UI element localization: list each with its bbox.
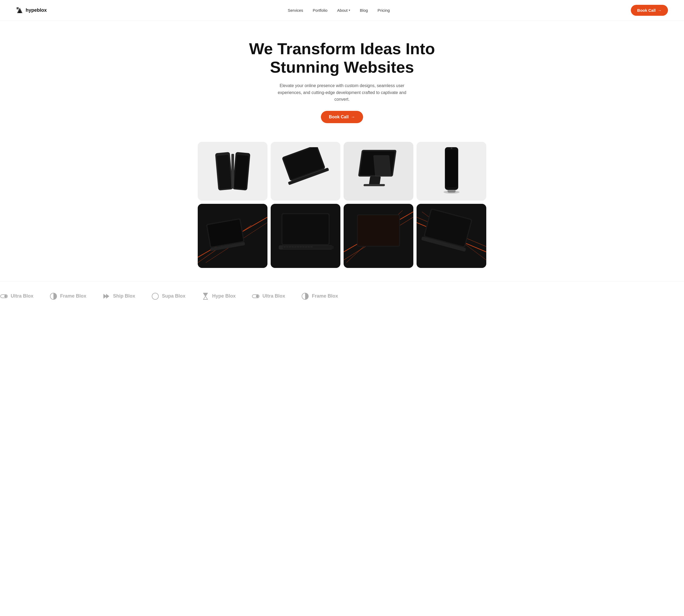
- svg-point-60: [152, 293, 158, 300]
- brand-item-ship: Ship Blox: [102, 292, 135, 300]
- monitor-icon: [352, 145, 405, 198]
- svg-rect-38: [300, 246, 302, 247]
- brand-supa-label: Supa Blox: [162, 293, 185, 299]
- hero-heading: We Transform Ideas Into Stunning Website…: [248, 40, 436, 76]
- arrow-icon: →: [658, 8, 662, 13]
- hero-subtext: Elevate your online presence with custom…: [272, 82, 412, 103]
- marquee-section: Ultra Blox Frame Blox Ship Blox Supa Blo…: [0, 281, 684, 311]
- svg-rect-29: [282, 214, 329, 244]
- svg-rect-21: [447, 190, 456, 193]
- svg-rect-48: [358, 215, 399, 245]
- hero-book-call-button[interactable]: Book Call →: [321, 111, 363, 123]
- dark-laptop-laser-icon: [198, 204, 267, 268]
- svg-rect-37: [297, 246, 299, 247]
- gallery-cell-6: [271, 204, 340, 268]
- svg-rect-40: [305, 246, 307, 247]
- brand-item-supa: Supa Blox: [151, 292, 185, 300]
- toggle-icon: [0, 292, 8, 300]
- brand-frame-label: Frame Blox: [60, 293, 86, 299]
- svg-rect-31: [283, 246, 334, 249]
- hero-section: We Transform Ideas Into Stunning Website…: [0, 21, 684, 134]
- svg-rect-34: [289, 246, 291, 247]
- svg-rect-36: [294, 246, 296, 247]
- svg-rect-33: [286, 246, 288, 247]
- gallery-cell-8: [417, 204, 486, 268]
- fold-phone-icon: [214, 147, 251, 195]
- brand-frame-label-2: Frame Blox: [312, 293, 338, 299]
- gallery-cell-1: [198, 142, 267, 201]
- circle-icon: [151, 292, 159, 300]
- svg-rect-18: [446, 150, 458, 187]
- marquee-track: Ultra Blox Frame Blox Ship Blox Supa Blo…: [0, 292, 684, 300]
- chevron-down-icon: ▾: [349, 8, 350, 12]
- brand-hype-label: Hype Blox: [212, 293, 236, 299]
- dark-laptop-laser2-icon: [417, 204, 486, 268]
- brand-item-frame: Frame Blox: [49, 292, 86, 300]
- svg-rect-32: [284, 246, 286, 247]
- nav-pricing[interactable]: Pricing: [377, 8, 390, 13]
- svg-rect-42: [310, 246, 313, 247]
- navbar: hypeblox Services Portfolio About ▾ Blog…: [0, 0, 684, 21]
- brand-ship-label: Ship Blox: [113, 293, 135, 299]
- circle-half-icon-2: [301, 292, 309, 300]
- nav-links: Services Portfolio About ▾ Blog Pricing: [288, 8, 390, 13]
- dark-screen-laser-icon: [344, 204, 413, 268]
- svg-point-19: [451, 148, 453, 149]
- brand-item-ultra-2: Ultra Blox: [252, 292, 285, 300]
- hourglass-icon: [201, 292, 209, 300]
- nav-portfolio[interactable]: Portfolio: [313, 8, 328, 13]
- svg-point-62: [256, 295, 259, 298]
- brand-ultra-label-2: Ultra Blox: [262, 293, 285, 299]
- nav-about[interactable]: About ▾: [337, 8, 350, 13]
- gallery: [182, 134, 502, 276]
- logo-icon: [16, 7, 23, 14]
- laptop-tilt-icon: [282, 147, 330, 190]
- svg-rect-3: [231, 154, 234, 189]
- svg-marker-59: [106, 294, 109, 299]
- svg-rect-14: [363, 184, 385, 186]
- brand-item-frame-2: Frame Blox: [301, 292, 338, 300]
- nav-blog[interactable]: Blog: [360, 8, 368, 13]
- gallery-cell-3: [344, 142, 413, 201]
- toggle-icon-2: [252, 292, 260, 300]
- gallery-cell-2: [271, 142, 340, 201]
- gallery-cell-5: [198, 204, 267, 268]
- logo-text: hypeblox: [26, 7, 47, 13]
- svg-rect-41: [308, 246, 310, 247]
- arrow-icon: →: [351, 115, 355, 119]
- logo[interactable]: hypeblox: [16, 7, 47, 14]
- svg-rect-0: [17, 7, 19, 9]
- svg-rect-39: [302, 246, 304, 247]
- phone-stand-icon: [438, 145, 465, 198]
- svg-rect-13: [369, 177, 380, 184]
- svg-rect-16: [374, 156, 390, 176]
- brand-ultra-label: Ultra Blox: [11, 293, 34, 299]
- gallery-cell-7: [344, 204, 413, 268]
- brand-item-hype: Hype Blox: [201, 292, 236, 300]
- brand-item-ultra: Ultra Blox: [0, 292, 34, 300]
- dark-laptop-open-icon: [271, 204, 340, 268]
- circle-half-icon: [49, 292, 58, 300]
- svg-rect-35: [291, 246, 294, 247]
- play-double-icon: [102, 292, 110, 300]
- svg-point-56: [4, 295, 7, 298]
- nav-book-call-button[interactable]: Book Call →: [631, 5, 668, 16]
- gallery-cell-4: [417, 142, 486, 201]
- nav-services[interactable]: Services: [288, 8, 303, 13]
